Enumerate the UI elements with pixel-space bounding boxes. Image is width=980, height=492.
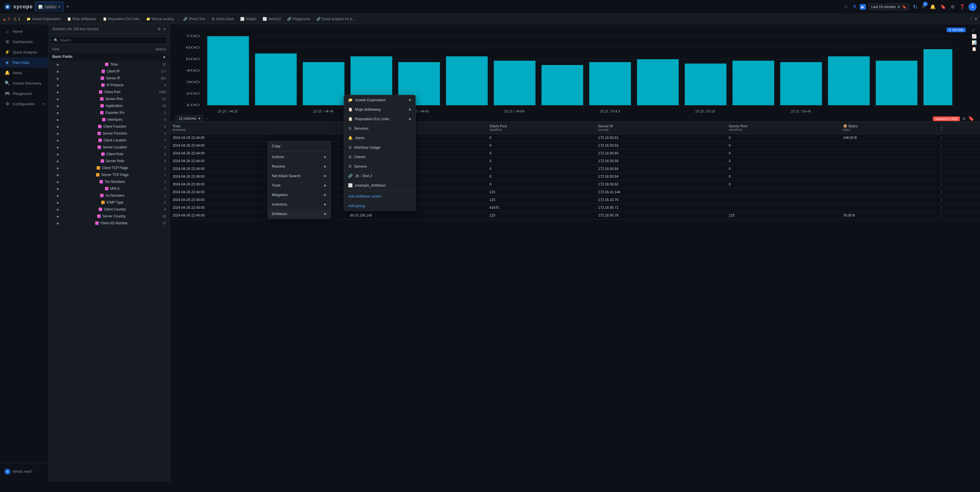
stream-button[interactable]: ▶ [860,4,866,10]
sidebar-item-quick-analysis[interactable]: ⚡ Quick Analysis [0,47,49,57]
sidebar-item-dashboards[interactable]: ⊞ Dashboards [0,37,49,47]
dash-tab-alerts12[interactable]: ⬜ Alerts12 [260,16,284,22]
dash-tab-wazne-analizy[interactable]: 📁 Wazne analizy [143,16,177,22]
dash-tab-piotr-test[interactable]: 🔗 [Piotr] Test [180,16,208,22]
dash-tab-playground[interactable]: 🔗 Playground [284,16,313,22]
sub-moje-drilldowny[interactable]: 📋 Moje drilldowny ▶ [344,105,415,114]
field-row-tos-numbers[interactable]: ▶ Tos Numbers 1 [49,178,169,185]
field-row-server-role[interactable]: ▶ Server Role 3 [49,157,169,165]
field-row-server-port[interactable]: ▶ Server Port 23 [49,95,169,102]
bookmark-icon-table[interactable]: 🔖 [968,115,974,122]
field-row-client-function[interactable]: ▶ Client Function 2 [49,123,169,130]
cell-more[interactable]: ⋮ [937,204,980,212]
add-tab-button[interactable]: + [64,3,72,11]
field-row-time[interactable]: ▶ Time 15 [49,61,169,68]
close-tabs-button[interactable]: ✕ [974,17,978,21]
bookmark-btn[interactable]: 🔖 [939,3,947,11]
field-row-client-tcp-flags[interactable]: ▶ Client TCP Flags 1 [49,165,169,171]
sub-servers[interactable]: 🖥 Servers [344,162,415,171]
columns-selector[interactable]: 12 columns ▾ [175,115,204,122]
cell-more[interactable]: ⋮ [937,165,980,173]
dash-tab-hosts-dash[interactable]: 🖥 Hosts Dash [208,16,237,22]
sub-clients[interactable]: 🖥 Clients [344,152,415,162]
sub-example-drilldown[interactable]: ⬜ example_drilldown [344,181,415,190]
close-icon[interactable]: ✕ [897,5,900,9]
field-row-server-function[interactable]: ▶ Server Function 2 [49,130,169,137]
table-icon[interactable]: 📋 [972,47,977,51]
sidebar-item-configuration[interactable]: ⚙ Configuration ▾ [0,98,49,109]
dash-tab-assets-exploration[interactable]: 📁 Assets Exploration [24,16,63,22]
help-button[interactable]: ❓ [958,3,966,11]
dash-tab-widget[interactable]: ⬜ Widget [237,16,259,22]
sub-assets-exploration[interactable]: 📁 Assets Exploration ▶ [344,95,415,105]
filter-button[interactable]: ⚗ [851,3,858,11]
field-row-server-country[interactable]: ▶ Server Country 19 [49,213,169,220]
gear-button[interactable]: ⚙ [950,3,956,11]
cell-more[interactable]: ⋮ [937,149,980,157]
table-row[interactable]: 2024-04-26 22:44:00 0 172.16.50.61 0 148… [170,134,980,142]
field-row-server-ip[interactable]: ▶ Server IP 351 [49,75,169,82]
sidebar-item-home[interactable]: ⌂ Home [0,27,49,37]
close-icon-stats[interactable]: ✕ [163,27,166,31]
sidebar-item-assets-discovery[interactable]: 🔍 Assets Discovery [0,78,49,88]
user-avatar[interactable]: A [969,3,977,11]
ctx-tools[interactable]: Tools ▶ [268,181,331,190]
bookmark-icon[interactable]: 🔖 [902,5,906,9]
settings-icon-table[interactable]: ⚙ [962,116,966,121]
field-row-server-tcp-flags[interactable]: ▶ Server TCP Flags 1 [49,171,169,178]
cell-more[interactable]: ⋮ [937,142,980,149]
chart-type-icon[interactable]: 📈 [972,34,977,38]
cell-more[interactable]: ⋮ [937,157,980,165]
whats-new-button[interactable]: ✦ What's new? [0,466,49,477]
field-row-client-country[interactable]: ▶ Client Country 9 [49,206,169,213]
cell-more[interactable]: ⋮ [937,181,980,188]
sub-add-group[interactable]: Add group [344,201,415,211]
sub-add-drilldown[interactable]: Add drilldown action [344,192,415,201]
ctx-netmask[interactable]: Net Mask Search ▶ [268,171,331,181]
sub-jb-test2[interactable]: 🔗 Jb - Test 2 [344,171,415,181]
ctx-actions[interactable]: Actions ▶ [268,152,331,162]
col-more[interactable]: ⋮ [937,122,980,134]
field-row-ip-protocol[interactable]: ▶ IP Protocol 3 [49,82,169,89]
field-row-as-numbers[interactable]: ▶ As Numbers 1 [49,192,169,199]
field-row-application[interactable]: ▶ Application 23 [49,102,169,109]
field-row-client-port[interactable]: ▶ Client Port 1000 [49,89,169,95]
field-row-exporter-ips[interactable]: ▶ Exporter IPs 1 [49,109,169,116]
refresh-button[interactable]: ↻ [912,3,918,11]
cell-more[interactable]: ⋮ [937,212,980,219]
ctx-drilldown[interactable]: Drilldown ▶ [268,209,331,219]
time-range-selector[interactable]: Last 15 minutes ✕ 🔖 [868,3,910,10]
sub-interface-usage[interactable]: 🖥 Interface Usage [344,143,415,152]
gear-icon-stats[interactable]: ⚙ [158,27,161,31]
cell-more[interactable]: ⋮ [937,196,980,204]
bar-chart-icon[interactable]: 📊 [972,40,977,45]
sub-alerts[interactable]: 🔔 Alerts [344,133,415,143]
cell-more[interactable]: ⋮ [937,188,980,196]
cell-more[interactable]: ⋮ [937,134,980,142]
ctx-copy[interactable]: Copy [268,141,331,151]
sub-services[interactable]: 🖥 Services [344,124,415,133]
field-row-client-as-number[interactable]: ▶ Client AS Number 27 [49,220,169,227]
field-row-icmp-type[interactable]: ▶ ICMP Type 2 [49,199,169,206]
tab-main-active[interactable]: 📊 netflow ▾ [35,2,63,12]
ctx-mitigation[interactable]: Mitigation ▶ [268,190,331,200]
star-button[interactable]: ☆ [843,3,849,11]
sidebar-item-alerts[interactable]: 🔔 Alerts [0,68,49,78]
sidebar-item-playground[interactable]: 🎮 Playground [0,88,49,98]
dash-tab-quick-analysis[interactable]: 🔗 Quick analysis for p... [313,16,358,22]
dash-tab-reputation-ext-links[interactable]: 📋 Reputation Ext Links [100,16,143,22]
expand-icon[interactable]: ⤢ [972,28,977,32]
sub-reputation-ext[interactable]: 📋 Reputation Ext Links ▶ [344,114,415,124]
field-row-interfaces[interactable]: ▶ Interfaces 6 [49,116,169,123]
minus-icon[interactable]: − [206,116,208,121]
ctx-resolve[interactable]: Resolve ▶ [268,162,331,171]
field-row-server-location[interactable]: ▶ Server Location 3 [49,144,169,151]
ctx-inventory[interactable]: Inventory ▶ [268,200,331,209]
more-tabs-button[interactable]: ⋮ [969,17,973,21]
dash-tab-moje-drilldowny[interactable]: 📋 Moje drilldowny [64,16,99,22]
bell-button[interactable]: 🔔 [929,3,937,11]
sidebar-item-raw-data[interactable]: ◈ Raw Data [0,57,49,68]
basic-fields-section[interactable]: Basic Fields ▲ [49,52,169,61]
stats-search-input[interactable] [60,38,164,42]
field-row-client-ip[interactable]: ▶ Client IP 177 [49,68,169,75]
